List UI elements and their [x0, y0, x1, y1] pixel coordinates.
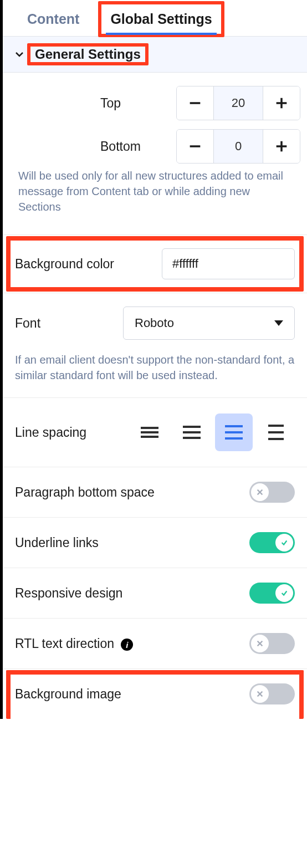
rtl-text-direction-row: RTL text direction i [3, 619, 307, 669]
margins-hint: Will be used only for all new structures… [6, 168, 304, 224]
check-icon [275, 534, 293, 552]
check-icon [275, 584, 293, 602]
margin-top-decrement[interactable] [177, 86, 213, 120]
line-spacing-tight[interactable] [131, 413, 168, 451]
line-spacing-normal[interactable] [173, 413, 211, 451]
tabs-bar: Content Global Settings [3, 0, 307, 34]
underline-links-row: Underline links [3, 518, 307, 568]
margin-bottom-decrement[interactable] [177, 130, 213, 163]
font-label: Font [15, 316, 40, 331]
background-image-row: Background image [3, 669, 307, 719]
paragraph-bottom-space-toggle[interactable] [249, 482, 295, 503]
background-image-label: Background image [15, 687, 121, 702]
font-row: Font Roboto [3, 293, 307, 344]
margin-bottom-value[interactable]: 0 [213, 130, 263, 163]
background-color-label: Background color [15, 257, 114, 272]
line-spacing-options [131, 413, 295, 451]
x-icon [251, 483, 269, 501]
section-general-title: General Settings [35, 47, 141, 62]
responsive-design-toggle[interactable] [249, 583, 295, 604]
margin-bottom-label: Bottom [6, 139, 176, 154]
paragraph-bottom-space-row: Paragraph bottom space [3, 467, 307, 518]
dropdown-caret-icon [274, 320, 283, 326]
font-value: Roboto [135, 316, 174, 330]
tab-content[interactable]: Content [23, 4, 84, 34]
margin-top-increment[interactable] [263, 86, 300, 120]
rtl-text-direction-label: RTL text direction i [15, 636, 133, 651]
margin-bottom-row: Bottom 0 [6, 125, 304, 168]
x-icon [251, 635, 269, 652]
margin-top-label: Top [6, 96, 176, 111]
tab-global-settings[interactable]: Global Settings [106, 4, 216, 34]
line-spacing-extra-wide[interactable] [257, 413, 295, 451]
margin-top-value[interactable]: 20 [213, 86, 263, 120]
responsive-design-row: Responsive design [3, 568, 307, 619]
section-general-header[interactable]: General Settings [3, 36, 307, 73]
chevron-down-icon [14, 49, 25, 60]
x-icon [251, 685, 269, 703]
info-icon[interactable]: i [121, 639, 133, 651]
font-select[interactable]: Roboto [123, 307, 295, 340]
margin-top-row: Top 20 [6, 81, 304, 125]
background-image-toggle[interactable] [249, 683, 295, 704]
margin-bottom-increment[interactable] [263, 130, 300, 163]
line-spacing-row: Line spacing [3, 398, 307, 467]
responsive-design-label: Responsive design [15, 586, 122, 601]
paragraph-bottom-space-label: Paragraph bottom space [15, 485, 155, 500]
line-spacing-wide[interactable] [215, 413, 253, 451]
line-spacing-label: Line spacing [15, 425, 86, 440]
underline-links-toggle[interactable] [249, 532, 295, 553]
underline-links-label: Underline links [15, 535, 99, 550]
margins-block: Top 20 Bottom 0 [3, 73, 307, 234]
rtl-text-direction-toggle[interactable] [249, 633, 295, 654]
background-color-input[interactable]: #ffffff [162, 248, 295, 279]
margin-top-stepper: 20 [176, 86, 300, 120]
font-hint: If an email client doesn't support the n… [3, 344, 307, 398]
margin-bottom-stepper: 0 [176, 129, 300, 164]
background-color-row: Background color #ffffff [3, 234, 307, 293]
